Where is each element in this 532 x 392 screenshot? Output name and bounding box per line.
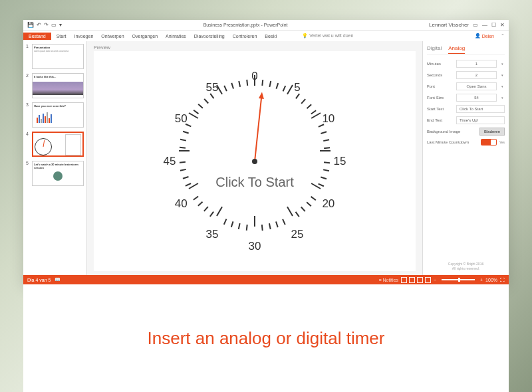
font-dropdown-icon[interactable]: ▾ xyxy=(499,84,505,88)
tab-digital[interactable]: Digital xyxy=(427,45,442,54)
fit-to-window-icon[interactable]: ⛶ xyxy=(500,278,505,282)
qat-more-icon[interactable]: ▾ xyxy=(59,22,62,28)
tab-controleren[interactable]: Controleren xyxy=(231,33,259,40)
tab-ontwerpen[interactable]: Ontwerpen xyxy=(100,33,125,40)
tab-beeld[interactable]: Beeld xyxy=(263,33,278,40)
tab-start[interactable]: Start xyxy=(55,33,68,40)
starttext-label: Start Text xyxy=(427,107,454,111)
redo-icon[interactable]: ↷ xyxy=(44,22,49,28)
quick-access-toolbar: 💾 ↶ ↷ ▭ ▾ xyxy=(23,22,66,28)
countdown-label: Last Minute Countdown xyxy=(427,140,478,144)
seconds-label: Seconds xyxy=(427,73,454,77)
seconds-spinner[interactable]: ▾ xyxy=(499,73,505,77)
timer-settings-panel: Digital Analog Minutes1▾ Seconds2▾ FontO… xyxy=(422,41,509,275)
thumbnail-1[interactable]: 1PresentationLorem ipsum dolor sit amet … xyxy=(26,44,84,69)
notes-button[interactable]: ≡ Notities xyxy=(379,278,398,282)
font-select[interactable]: Open Sans xyxy=(456,82,497,90)
zoom-out-icon[interactable]: − xyxy=(434,278,436,282)
tab-overgangen[interactable]: Overgangen xyxy=(131,33,160,40)
fontsize-spinner[interactable]: ▾ xyxy=(499,96,505,100)
maximize-icon[interactable]: ☐ xyxy=(491,22,496,28)
caption-text: Insert an analog or digital timer xyxy=(148,328,385,349)
sorter-view-icon[interactable] xyxy=(409,277,415,283)
slide-counter[interactable]: Dia 4 van 5 xyxy=(27,278,51,282)
thumbnail-2[interactable]: 2It looks like this... xyxy=(26,73,84,98)
minutes-input[interactable]: 1 xyxy=(456,60,497,68)
ribbon-options-icon[interactable]: ▭ xyxy=(473,22,478,28)
file-tab[interactable]: Bestand xyxy=(23,33,51,40)
minutes-label: Minutes xyxy=(427,62,454,66)
minimize-icon[interactable]: — xyxy=(482,22,487,28)
thumbnail-3[interactable]: 3Have you ever seen this? xyxy=(26,102,84,128)
reading-view-icon[interactable] xyxy=(417,277,423,283)
save-icon[interactable]: 💾 xyxy=(27,22,34,28)
zoom-in-icon[interactable]: + xyxy=(480,278,483,282)
zoom-slider[interactable] xyxy=(442,279,475,280)
bgimage-label: Background Image xyxy=(427,130,477,134)
ribbon-tabs: Bestand Start Invoegen Ontwerpen Overgan… xyxy=(23,31,509,41)
document-title: Business Presentation.pptx - PowerPoint xyxy=(66,23,425,27)
minutes-spinner[interactable]: ▾ xyxy=(499,62,505,66)
seconds-input[interactable]: 2 xyxy=(456,71,497,79)
endtext-input[interactable]: Time's Up! xyxy=(456,116,505,124)
close-icon[interactable]: ✕ xyxy=(500,22,505,28)
fontsize-label: Font Size xyxy=(427,96,454,100)
analog-timer[interactable]: 0510152025303540455055 Click To Start xyxy=(168,75,341,248)
slide-canvas[interactable]: 0510152025303540455055 Click To Start xyxy=(94,51,416,271)
content-area: 1PresentationLorem ipsum dolor sit amet … xyxy=(23,41,509,275)
slideshow-view-icon[interactable] xyxy=(425,277,431,283)
title-bar: 💾 ↶ ↷ ▭ ▾ Business Presentation.pptx - P… xyxy=(23,20,509,31)
caption-banner: Insert an analog or digital timer xyxy=(23,284,509,392)
tab-invoegen[interactable]: Invoegen xyxy=(72,33,94,40)
view-mode-icons xyxy=(401,277,431,283)
preview-label: Preview xyxy=(94,45,416,50)
countdown-toggle[interactable] xyxy=(481,139,497,146)
share-button[interactable]: 👤Delen xyxy=(472,33,497,39)
thumbnail-5[interactable]: 5Let's watch a 30 minute brainstorm sess… xyxy=(26,161,84,186)
powerpoint-window: 💾 ↶ ↷ ▭ ▾ Business Presentation.pptx - P… xyxy=(23,20,509,284)
lightbulb-icon: 💡 xyxy=(302,33,308,38)
starttext-input[interactable]: Click To Start xyxy=(456,105,505,113)
tab-diavoorstelling[interactable]: Diavoorstelling xyxy=(193,33,226,40)
endtext-label: End Text xyxy=(427,118,454,122)
person-icon: 👤 xyxy=(475,33,481,39)
user-name[interactable]: Lennart Visscher xyxy=(429,22,469,28)
fontsize-input[interactable]: 54 xyxy=(456,94,497,102)
thumbnail-4[interactable]: 4 xyxy=(26,132,84,157)
panel-footer: Copyright © Bright 2016All rights reserv… xyxy=(427,262,505,271)
browse-button[interactable]: Bladeren xyxy=(479,128,505,136)
clock-center xyxy=(252,159,257,164)
start-icon[interactable]: ▭ xyxy=(51,22,57,28)
zoom-level[interactable]: 100% xyxy=(485,278,497,282)
clock-start-text[interactable]: Click To Start xyxy=(215,175,293,190)
tab-animaties[interactable]: Animaties xyxy=(164,33,188,40)
spellcheck-icon[interactable]: 📖 xyxy=(55,277,61,282)
main-editor: Preview 0510152025303540455055 Click To … xyxy=(87,41,422,275)
font-label: Font xyxy=(427,84,454,88)
tab-analog[interactable]: Analog xyxy=(448,45,465,54)
undo-icon[interactable]: ↶ xyxy=(37,22,41,28)
normal-view-icon[interactable] xyxy=(401,277,407,283)
collapse-ribbon-icon[interactable]: ⌃ xyxy=(497,33,509,39)
tell-me-search[interactable]: 💡 Vertel wat u wilt doen xyxy=(302,33,353,39)
status-bar: Dia 4 van 5 📖 ≡ Notities − + 100% ⛶ xyxy=(23,275,509,284)
slide-thumbnails: 1PresentationLorem ipsum dolor sit amet … xyxy=(23,41,87,275)
countdown-state: Yes xyxy=(499,140,505,144)
